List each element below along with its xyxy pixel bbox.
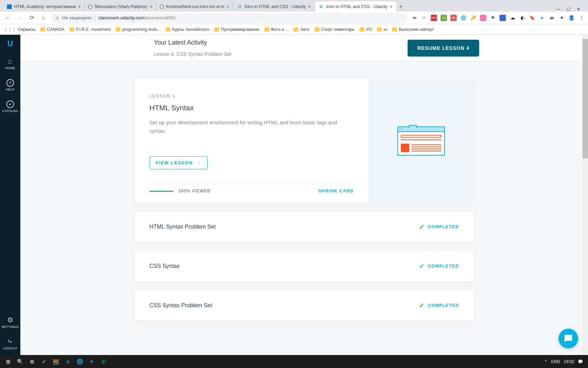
- folder-icon: [392, 27, 397, 32]
- url-text: classroom.udacity.com/courses/ud001: [98, 15, 176, 20]
- bookmark-folder[interactable]: Авто: [293, 27, 309, 32]
- favicon: [88, 5, 92, 9]
- task-view-icon[interactable]: ⧉: [26, 356, 38, 367]
- bookmark-folder[interactable]: Спорт инвентарь: [315, 27, 355, 32]
- progress-bar: [150, 191, 173, 192]
- bookmark-folder[interactable]: F.I.R.E. movement: [70, 27, 111, 32]
- address-bar: ← → ⟳ ⌂ ⚠ Не защищено | classroom.udacit…: [0, 12, 588, 24]
- logout-icon: ⤷: [7, 337, 13, 346]
- ext-icon[interactable]: 🔑: [470, 15, 476, 21]
- ext-icon[interactable]: 🌐: [460, 15, 467, 21]
- url-input[interactable]: ⚠ Не защищено | classroom.udacity.com/co…: [51, 13, 408, 23]
- lesson-title: HTML Syntax Problem Set: [150, 224, 216, 230]
- profile-avatar[interactable]: 👤: [568, 15, 575, 21]
- telegram-icon[interactable]: ✈: [86, 356, 98, 367]
- taskbar-app[interactable]: 🧮: [50, 356, 62, 367]
- resume-lesson-button[interactable]: RESUME LESSON 4: [408, 40, 479, 57]
- ext-icon[interactable]: æ: [549, 15, 555, 21]
- sidebar-item-settings[interactable]: ⚙SETTINGS: [1, 316, 19, 329]
- ext-icon[interactable]: 👁: [490, 15, 496, 21]
- ext-icon[interactable]: 59: [450, 15, 457, 21]
- sidebar-item-catalog[interactable]: ✦CATALOG: [2, 100, 18, 113]
- view-lesson-label: VIEW LESSON: [156, 160, 193, 165]
- check-icon: ✓: [419, 262, 425, 270]
- lesson-title: HTML Syntax: [150, 104, 354, 112]
- tray-chevron-icon[interactable]: ⌃: [544, 359, 548, 364]
- folder-icon: [166, 27, 171, 32]
- tab-0[interactable]: 🟦HTML Academy: интерактивные×: [3, 1, 85, 12]
- vscode-icon[interactable]: ⊀: [62, 356, 74, 367]
- clock[interactable]: 19:02: [564, 359, 574, 364]
- sidebar-label: LOGOUT: [3, 347, 17, 350]
- close-icon[interactable]: ×: [390, 4, 392, 9]
- language-indicator[interactable]: ENG: [551, 359, 560, 364]
- close-icon[interactable]: ×: [226, 4, 229, 9]
- start-button[interactable]: ⊞: [2, 356, 14, 367]
- translate-icon[interactable]: ⩸: [411, 15, 417, 21]
- sidebar-item-home[interactable]: ⌂HOME: [5, 57, 15, 70]
- view-lesson-button[interactable]: VIEW LESSON →: [150, 156, 207, 169]
- folder-icon: [377, 27, 382, 32]
- completed-badge: ✓COMPLETED: [419, 223, 459, 231]
- lesson-card[interactable]: CSS Syntax Problem Set ✓COMPLETED: [135, 290, 474, 321]
- tab-3[interactable]: UIntro to HTML and CSS - Udacity×: [233, 1, 315, 12]
- ext-icon[interactable]: ◐: [519, 15, 526, 21]
- ext-icon[interactable]: 🔖: [529, 15, 535, 21]
- close-window-icon[interactable]: ✕: [577, 7, 580, 12]
- apps-button[interactable]: ⋮⋮⋮Сервисы: [4, 27, 35, 32]
- tab-2[interactable]: frontend/html-css-intro.md at m×: [156, 1, 233, 12]
- chat-button[interactable]: [559, 329, 578, 348]
- bookmark-folder[interactable]: Курсы Английского: [166, 27, 210, 32]
- ext-icon[interactable]: 3970: [431, 15, 437, 21]
- ext-icon[interactable]: ●: [539, 15, 545, 21]
- scroll-thumb[interactable]: [582, 39, 588, 158]
- sidebar-label: HELP: [6, 88, 15, 91]
- close-icon[interactable]: ×: [78, 4, 81, 9]
- progress-text: 100% VIEWED: [178, 189, 211, 193]
- shrink-card-button[interactable]: SHRINK CARD: [318, 189, 354, 193]
- scrollbar[interactable]: [582, 35, 588, 355]
- lesson-card[interactable]: CSS Syntax ✓COMPLETED: [135, 251, 474, 281]
- ext-icon[interactable]: 13: [441, 15, 447, 21]
- tab-title: Intro to HTML and CSS - Udacity: [326, 4, 388, 9]
- bookmark-folder[interactable]: CANADA: [40, 27, 65, 32]
- bookmark-folder[interactable]: Фото и ...: [264, 27, 289, 32]
- bookmark-folder[interactable]: programming tools...: [115, 27, 160, 32]
- sidebar-item-logout[interactable]: ⤷LOGOUT: [1, 337, 19, 350]
- ext-icon[interactable]: [480, 15, 486, 21]
- tab-title: 5Mountains (Vlady Piatyhor): [94, 4, 147, 9]
- check-icon: ✓: [419, 223, 425, 231]
- reload-button[interactable]: ⟳: [27, 14, 36, 22]
- whatsapp-icon[interactable]: ✆: [98, 356, 110, 367]
- tab-1[interactable]: 5Mountains (Vlady Piatyhor)×: [85, 1, 156, 12]
- search-icon[interactable]: 🔍: [14, 356, 26, 367]
- forward-button[interactable]: →: [15, 14, 24, 22]
- extensions-icon[interactable]: ✦: [559, 15, 565, 21]
- ext-icon[interactable]: [500, 15, 506, 21]
- sidebar-item-help[interactable]: ?HELP: [6, 79, 15, 91]
- close-icon[interactable]: ×: [308, 4, 311, 9]
- notifications-icon[interactable]: 💬: [578, 359, 583, 364]
- udacity-logo[interactable]: U: [7, 39, 13, 48]
- ext-icon[interactable]: ☁: [509, 15, 516, 21]
- new-tab-button[interactable]: +: [396, 2, 406, 12]
- windows-taskbar: ⊞ 🔍 ⧉ ✓ 🧮 ⊀ 🌐 ✈ ✆ ⌃ ENG 19:02 💬: [0, 355, 588, 368]
- minimize-icon[interactable]: —: [556, 7, 560, 12]
- bookmark-folder[interactable]: Выполнен импорт: [392, 27, 434, 32]
- lesson-card[interactable]: HTML Syntax Problem Set ✓COMPLETED: [135, 212, 474, 242]
- bookmark-folder[interactable]: Программирование: [214, 27, 259, 32]
- star-icon[interactable]: ☆: [421, 15, 427, 21]
- activity-header: Your Latest Activity Lesson 4: CSS Synta…: [20, 35, 588, 61]
- bookmark-folder[interactable]: УО: [359, 27, 372, 32]
- taskbar-app[interactable]: ✓: [38, 356, 50, 367]
- chrome-icon[interactable]: 🌐: [74, 356, 86, 367]
- maximize-icon[interactable]: ▢: [567, 7, 570, 12]
- back-button[interactable]: ←: [4, 14, 12, 22]
- menu-icon[interactable]: ⋮: [578, 15, 584, 21]
- home-button[interactable]: ⌂: [39, 14, 48, 22]
- folder-icon: [70, 27, 74, 32]
- tab-4-active[interactable]: UIntro to HTML and CSS - Udacity×: [315, 1, 396, 12]
- favicon: 🟦: [6, 4, 12, 9]
- bookmark-folder[interactable]: хз: [377, 27, 387, 32]
- close-icon[interactable]: ×: [150, 4, 152, 9]
